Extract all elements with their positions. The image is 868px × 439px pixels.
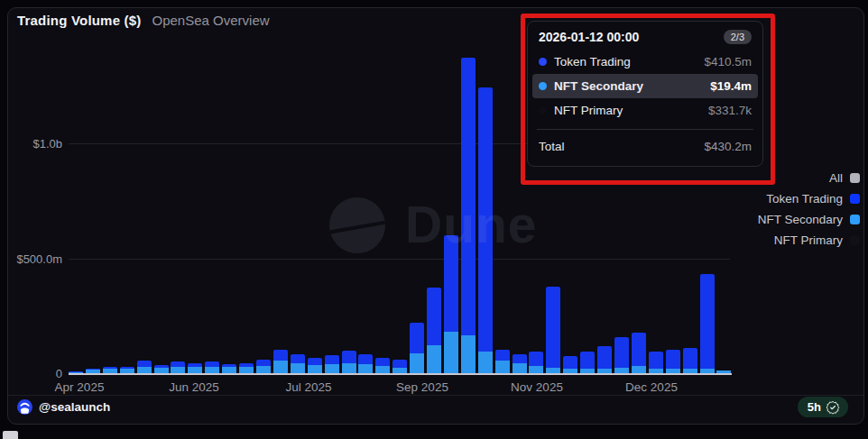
- bar-segment-token-trading[interactable]: [512, 354, 527, 363]
- bar[interactable]: [342, 351, 356, 373]
- tooltip-row-nft-primary: NFT Primary $331.7k: [532, 98, 758, 123]
- bar-segment-nft-secondary[interactable]: [222, 367, 236, 373]
- bar[interactable]: [154, 365, 169, 373]
- bar[interactable]: [495, 350, 510, 373]
- bar[interactable]: [256, 360, 271, 373]
- legend-item-nft-primary[interactable]: NFT Primary: [758, 230, 860, 251]
- bar-segment-nft-secondary[interactable]: [375, 366, 390, 373]
- bar-segment-token-trading[interactable]: [683, 348, 697, 369]
- legend-item-token-trading[interactable]: Token Trading: [758, 188, 860, 209]
- bar[interactable]: [614, 337, 629, 373]
- bar-segment-token-trading[interactable]: [563, 356, 577, 369]
- legend-item-all[interactable]: All: [758, 168, 860, 188]
- bar-segment-nft-secondary[interactable]: [529, 366, 543, 373]
- bar-segment-token-trading[interactable]: [700, 274, 715, 369]
- bar-hovered[interactable]: [700, 274, 715, 373]
- bar[interactable]: [683, 348, 697, 373]
- bar-segment-token-trading[interactable]: [649, 352, 663, 370]
- author-handle[interactable]: @sealaunch: [39, 400, 110, 414]
- bar-segment-token-trading[interactable]: [392, 360, 407, 367]
- bar-segment-nft-secondary[interactable]: [512, 363, 527, 373]
- bar[interactable]: [171, 361, 185, 373]
- bar-segment-nft-secondary[interactable]: [205, 367, 219, 373]
- bar[interactable]: [478, 87, 493, 373]
- bar[interactable]: [546, 287, 560, 373]
- bar[interactable]: [632, 333, 646, 373]
- bar-segment-token-trading[interactable]: [580, 352, 595, 369]
- bar-segment-token-trading[interactable]: [427, 288, 441, 345]
- bar-segment-nft-secondary[interactable]: [273, 361, 288, 373]
- bar-segment-token-trading[interactable]: [529, 352, 543, 366]
- bar-segment-nft-secondary[interactable]: [358, 364, 373, 373]
- bar-segment-token-trading[interactable]: [478, 87, 493, 352]
- bar[interactable]: [120, 367, 134, 373]
- bar-segment-token-trading[interactable]: [273, 350, 288, 361]
- x-tick-label: Apr 2025: [55, 380, 105, 394]
- bar-segment-nft-secondary[interactable]: [632, 366, 646, 373]
- bar-segment-token-trading[interactable]: [358, 354, 373, 364]
- bar[interactable]: [205, 361, 219, 373]
- legend-item-nft-secondary[interactable]: NFT Secondary: [758, 209, 860, 230]
- tooltip-row-label: NFT Primary: [554, 104, 623, 117]
- bar-segment-nft-secondary[interactable]: [137, 367, 152, 373]
- bar-segment-token-trading[interactable]: [325, 355, 339, 364]
- bar-segment-token-trading[interactable]: [308, 358, 322, 365]
- bar-segment-nft-secondary[interactable]: [291, 363, 305, 374]
- bar-segment-token-trading[interactable]: [614, 337, 629, 368]
- bar-segment-nft-secondary[interactable]: [495, 361, 510, 373]
- footer-author[interactable]: @sealaunch: [17, 399, 110, 415]
- bar-segment-nft-secondary[interactable]: [427, 345, 441, 373]
- bar[interactable]: [325, 355, 339, 373]
- bar-segment-nft-secondary[interactable]: [325, 364, 339, 373]
- bar-segment-nft-secondary[interactable]: [410, 353, 424, 373]
- bar[interactable]: [649, 352, 663, 373]
- dashboard-subtitle[interactable]: OpenSea Overview: [152, 13, 270, 28]
- bar-segment-token-trading[interactable]: [461, 58, 476, 335]
- bar[interactable]: [597, 346, 612, 373]
- x-tick-label: Jul 2025: [285, 380, 331, 394]
- bar[interactable]: [358, 354, 373, 373]
- bar-segment-nft-secondary[interactable]: [444, 332, 458, 373]
- bar[interactable]: [580, 352, 595, 373]
- bar-segment-token-trading[interactable]: [291, 354, 305, 363]
- bar-segment-token-trading[interactable]: [410, 323, 424, 353]
- bar-segment-token-trading[interactable]: [375, 358, 390, 366]
- bar-segment-nft-secondary[interactable]: [239, 367, 254, 373]
- bar[interactable]: [308, 358, 322, 373]
- bar[interactable]: [444, 235, 458, 373]
- bar-segment-nft-secondary[interactable]: [461, 335, 476, 373]
- bar-segment-token-trading[interactable]: [256, 360, 271, 366]
- bar-segment-token-trading[interactable]: [137, 361, 152, 367]
- bar-segment-nft-secondary[interactable]: [308, 365, 322, 373]
- bar-segment-nft-secondary[interactable]: [188, 367, 202, 373]
- bar-segment-token-trading[interactable]: [546, 287, 560, 368]
- bar[interactable]: [666, 350, 680, 373]
- bar[interactable]: [291, 354, 305, 373]
- bar-segment-nft-secondary[interactable]: [171, 367, 185, 373]
- bar-segment-token-trading[interactable]: [342, 351, 356, 362]
- bar[interactable]: [563, 356, 577, 373]
- bar[interactable]: [461, 58, 476, 373]
- bar-segment-token-trading[interactable]: [597, 346, 612, 369]
- bar-segment-nft-secondary[interactable]: [256, 366, 271, 373]
- bar-segment-token-trading[interactable]: [666, 350, 680, 370]
- bar-segment-token-trading[interactable]: [495, 350, 510, 361]
- bar[interactable]: [188, 363, 202, 373]
- bar[interactable]: [375, 358, 390, 373]
- bar-segment-token-trading[interactable]: [632, 333, 646, 366]
- bar[interactable]: [410, 323, 424, 373]
- y-tick-1b: $1.0b: [8, 137, 62, 151]
- bar-segment-nft-secondary[interactable]: [342, 363, 356, 374]
- bar[interactable]: [137, 361, 152, 373]
- bar-segment-nft-secondary[interactable]: [478, 352, 493, 373]
- freshness-badge[interactable]: 5h: [798, 397, 848, 417]
- bar-segment-token-trading[interactable]: [444, 235, 458, 332]
- bar[interactable]: [427, 288, 441, 373]
- bar[interactable]: [512, 354, 527, 373]
- bar[interactable]: [529, 352, 543, 373]
- bar[interactable]: [222, 364, 236, 373]
- bar[interactable]: [273, 350, 288, 373]
- bar[interactable]: [103, 367, 117, 373]
- bar[interactable]: [239, 363, 254, 373]
- bar[interactable]: [392, 360, 407, 373]
